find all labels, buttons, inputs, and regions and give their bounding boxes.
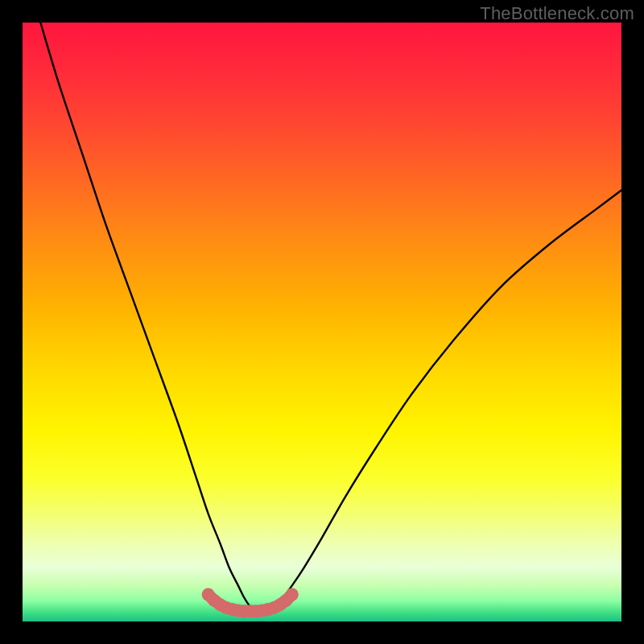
watermark-text: TheBottleneck.com [480,3,634,24]
optimal-band-markers [202,588,299,618]
bottleneck-curve [40,23,621,613]
chart-frame [23,23,621,621]
optimal-marker [286,588,299,601]
chart-svg [23,23,621,621]
